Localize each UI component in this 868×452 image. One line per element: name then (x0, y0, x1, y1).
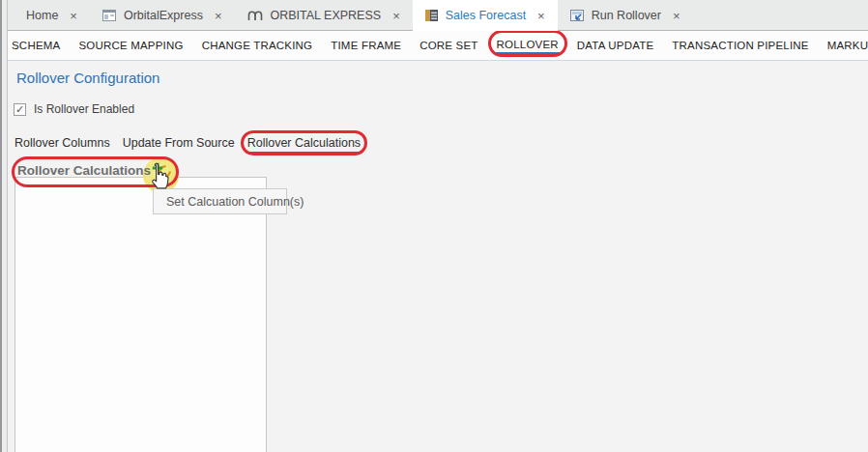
page-title: Rollover Configuration (16, 70, 159, 86)
panel-title: Rollover Calculations (17, 163, 151, 178)
ribbon-menu: SCHEMA SOURCE MAPPING CHANGE TRACKING TI… (0, 31, 868, 61)
tab-home[interactable]: Home × (14, 0, 90, 31)
tab-label: Home (26, 9, 58, 22)
tab-label: Run Rollover (592, 9, 661, 22)
menu-item-rollover[interactable]: ROLLOVER (496, 37, 560, 54)
close-icon[interactable]: × (537, 10, 545, 22)
checkbox-label: Is Rollover Enabled (34, 102, 134, 116)
tab-orbitalexpress[interactable]: OrbitalExpress × (90, 0, 235, 31)
menu-item-schema[interactable]: SCHEMA (11, 38, 61, 53)
menu-item-transaction-pipeline[interactable]: TRANSACTION PIPELINE (671, 38, 809, 53)
menu-item-markup[interactable]: MARKUP (826, 38, 868, 53)
app-window: Home × OrbitalExpress × ORBITAL EXPRESS … (0, 0, 868, 452)
table-icon (425, 10, 438, 21)
tab-run-rollover[interactable]: Run Rollover × (558, 0, 693, 31)
menu-item-label: ROLLOVER (497, 39, 559, 50)
menu-item-core-set[interactable]: CORE SET (419, 38, 478, 53)
rollover-calculations-list[interactable] (14, 177, 267, 452)
is-rollover-enabled-checkbox[interactable]: ✓ (14, 103, 26, 116)
subtab-rollover-columns[interactable]: Rollover Columns (14, 136, 110, 154)
menu-item-source-mapping[interactable]: SOURCE MAPPING (77, 38, 184, 53)
book-arches-icon (247, 10, 263, 21)
close-icon[interactable]: × (673, 10, 680, 22)
tab-sales-forecast[interactable]: Sales Forecast × (413, 0, 558, 31)
rollover-subtabs: Rollover Columns Update From Source Roll… (14, 136, 361, 154)
rollover-config-panel: Rollover Configuration ✓ Is Rollover Ena… (0, 61, 868, 452)
subtab-update-from-source[interactable]: Update From Source (123, 136, 235, 154)
tab-strip: Home × OrbitalExpress × ORBITAL EXPRESS … (0, 0, 868, 31)
tab-orbital-express[interactable]: ORBITAL EXPRESS × (235, 0, 413, 31)
close-icon[interactable]: × (215, 10, 222, 22)
tab-label: Sales Forecast (446, 9, 526, 22)
close-icon[interactable]: × (392, 10, 400, 22)
menu-item-change-tracking[interactable]: CHANGE TRACKING (201, 38, 314, 53)
form-window-icon (102, 10, 116, 21)
hand-cursor-icon (145, 162, 170, 195)
menu-item-time-frame[interactable]: TIME FRAME (330, 38, 402, 53)
tooltip-text: Set Calcuation Column(s) (166, 195, 304, 209)
tooltip: Set Calcuation Column(s) (153, 188, 287, 214)
menu-item-data-update[interactable]: DATA UPDATE (576, 38, 655, 53)
tab-label: ORBITAL EXPRESS (271, 9, 382, 22)
checkmark-icon: ✓ (15, 104, 24, 115)
subtab-rollover-calculations[interactable]: Rollover Calculations (247, 136, 361, 154)
tab-label: OrbitalExpress (124, 9, 203, 22)
run-rollover-icon (570, 10, 584, 21)
close-icon[interactable]: × (70, 10, 77, 22)
is-rollover-enabled-row: ✓ Is Rollover Enabled (14, 102, 134, 116)
window-edge-divider (0, 0, 8, 452)
subtab-label: Rollover Calculations (247, 136, 361, 150)
